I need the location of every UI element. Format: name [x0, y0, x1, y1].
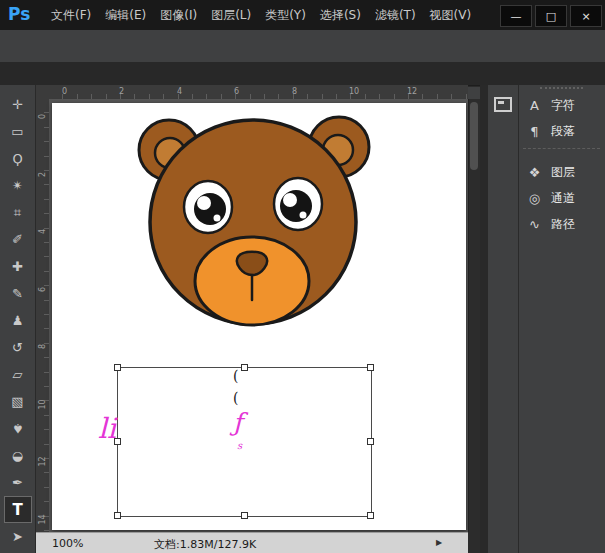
transform-handle-top-center[interactable] [241, 364, 248, 371]
close-button[interactable]: × [570, 5, 602, 27]
close-icon: × [581, 10, 590, 23]
menu-type[interactable]: 类型(Y) [258, 0, 313, 30]
tool-type-button[interactable]: T [4, 496, 32, 523]
path-selection-icon: ➤ [12, 529, 23, 544]
transform-handle-bottom-center[interactable] [241, 512, 248, 519]
dock-divider [480, 85, 488, 553]
menu-view[interactable]: 视图(V) [423, 0, 479, 30]
status-popup-arrow-icon[interactable]: ▶ [436, 538, 442, 547]
transform-handle-top-left[interactable] [114, 364, 121, 371]
transform-handle-bottom-left[interactable] [114, 512, 121, 519]
blur-drop-icon: ♠ [12, 421, 24, 436]
canvas-text-glyph: s [237, 440, 242, 451]
vertical-ruler: 0 2 4 6 8 10 12 14 [36, 99, 50, 532]
menu-edit[interactable]: 编辑(E) [98, 0, 153, 30]
bear-right-pupil [280, 190, 312, 222]
panel-group-separator [523, 148, 600, 149]
panel-label: 字符 [551, 97, 575, 114]
maximize-button[interactable]: □ [535, 5, 567, 27]
document-size-info: 文档:1.83M/127.9K [154, 537, 256, 552]
tool-path-selection-button[interactable]: ➤ [4, 523, 32, 550]
bear-left-pupil [194, 193, 226, 225]
horizontal-ruler: 0 2 4 6 8 10 12 [49, 85, 468, 100]
tool-lasso-button[interactable]: Ϙ [4, 145, 32, 172]
gradient-icon: ▧ [11, 394, 23, 409]
minimize-icon: — [511, 10, 522, 23]
panel-label: 图层 [551, 164, 575, 181]
tool-dodge-button[interactable]: ◒ [4, 442, 32, 469]
canvas-text-glyph: ( [233, 390, 238, 406]
ruler-mark: 0 [62, 87, 67, 96]
menu-image[interactable]: 图像(I) [153, 0, 204, 30]
character-panel-icon: A [527, 98, 542, 113]
menu-filter[interactable]: 滤镜(T) [368, 0, 423, 30]
tool-crop-button[interactable]: ⌗ [4, 199, 32, 226]
ruler-mark: 4 [38, 225, 47, 238]
tool-move-button[interactable]: ✛ [4, 91, 32, 118]
eyedropper-icon: ✐ [12, 232, 23, 247]
eye-highlight [197, 196, 211, 210]
vertical-scrollbar-thumb[interactable] [470, 102, 478, 170]
canvas-text-glyph: li [98, 412, 116, 445]
ruler-mark: 2 [119, 87, 124, 96]
tools-panel: ✛ ▭ Ϙ ✴ ⌗ ✐ ✚ ✎ ♟ ↺ ▱ ▧ ♠ ◒ ✒ T ➤ [0, 85, 36, 553]
zoom-level-field[interactable]: 100% [52, 537, 83, 550]
ruler-mark: 6 [234, 87, 239, 96]
tool-gradient-button[interactable]: ▧ [4, 388, 32, 415]
menu-file[interactable]: 文件(F) [44, 0, 98, 30]
menu-layer[interactable]: 图层(L) [204, 0, 258, 30]
brush-icon: ✎ [12, 286, 23, 301]
tool-brush-button[interactable]: ✎ [4, 280, 32, 307]
tool-eraser-button[interactable]: ▱ [4, 361, 32, 388]
pen-icon: ✒ [12, 475, 23, 490]
tool-eyedropper-button[interactable]: ✐ [4, 226, 32, 253]
menu-select[interactable]: 选择(S) [313, 0, 368, 30]
canvas-text-glyph: ƒ [233, 408, 242, 437]
panel-button-layers[interactable]: ❖ 图层 [518, 159, 605, 185]
marquee-icon: ▭ [11, 124, 23, 139]
menu-items: 文件(F) 编辑(E) 图像(I) 图层(L) 类型(Y) 选择(S) 滤镜(T… [44, 0, 478, 30]
ruler-mark: 8 [292, 87, 297, 96]
menu-bar: Ps 文件(F) 编辑(E) 图像(I) 图层(L) 类型(Y) 选择(S) 滤… [0, 0, 605, 31]
tool-marquee-button[interactable]: ▭ [4, 118, 32, 145]
move-icon: ✛ [12, 97, 23, 112]
transform-handle-bottom-right[interactable] [367, 512, 374, 519]
healing-brush-icon: ✚ [12, 259, 23, 274]
crop-icon: ⌗ [14, 205, 21, 221]
tool-magic-wand-button[interactable]: ✴ [4, 172, 32, 199]
panel-button-column: A 字符 ¶ 段落 ❖ 图层 ◎ 通道 ∿ 路径 [518, 85, 605, 553]
tool-history-brush-button[interactable]: ↺ [4, 334, 32, 361]
panel-label: 通道 [551, 190, 575, 207]
channels-panel-icon: ◎ [527, 191, 542, 206]
canvas-text-glyph: ( [233, 368, 238, 384]
ruler-mark: 4 [177, 87, 182, 96]
ruler-mark: 6 [38, 283, 47, 296]
tool-blur-button[interactable]: ♠ [4, 415, 32, 442]
tool-clone-stamp-button[interactable]: ♟ [4, 307, 32, 334]
panel-button-channels[interactable]: ◎ 通道 [518, 185, 605, 211]
ruler-mark: 12 [407, 87, 417, 96]
panel-button-character[interactable]: A 字符 [518, 92, 605, 118]
collapsed-panel-button[interactable] [492, 93, 514, 115]
eraser-icon: ▱ [13, 367, 23, 382]
layers-panel-icon: ❖ [527, 165, 542, 180]
tool-pen-button[interactable]: ✒ [4, 469, 32, 496]
panel-button-paragraph[interactable]: ¶ 段落 [518, 118, 605, 144]
clone-stamp-icon: ♟ [12, 313, 24, 328]
transform-handle-middle-right[interactable] [367, 438, 374, 445]
panel-button-paths[interactable]: ∿ 路径 [518, 211, 605, 237]
panel-label: 路径 [551, 216, 575, 233]
ruler-mark: 8 [38, 340, 47, 353]
minimize-button[interactable]: — [500, 5, 532, 27]
bear-nose [237, 252, 267, 275]
type-tool-icon: T [12, 501, 22, 519]
transform-handle-top-right[interactable] [367, 364, 374, 371]
text-transform-box[interactable] [117, 367, 372, 517]
panel-label: 段落 [551, 123, 575, 140]
paragraph-panel-icon: ¶ [527, 124, 542, 139]
ruler-mark: 0 [38, 110, 47, 123]
panel-thumbnail-icon [494, 97, 512, 112]
photoshop-logo: Ps [8, 4, 30, 24]
collapsed-icon-column [488, 85, 519, 553]
tool-healing-brush-button[interactable]: ✚ [4, 253, 32, 280]
